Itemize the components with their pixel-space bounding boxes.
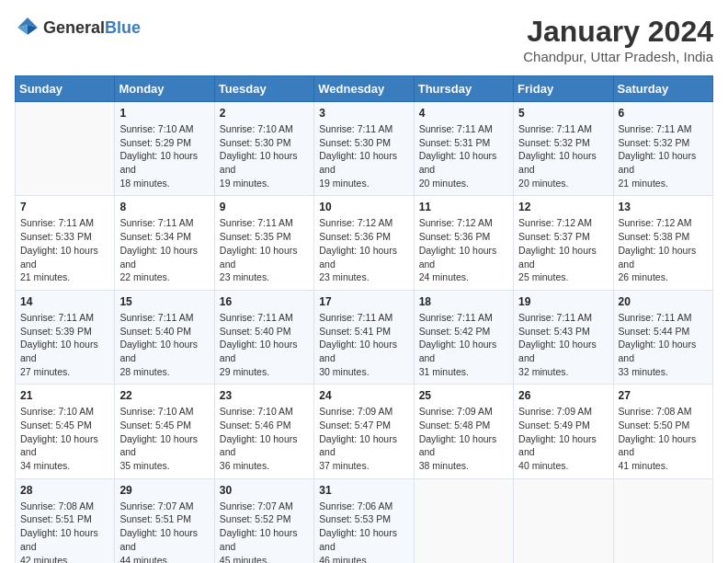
day-info: Sunrise: 7:11 AMSunset: 5:30 PMDaylight:… [319,122,408,190]
daylight-text: Daylight: 10 hours and20 minutes. [518,149,608,190]
sunset-text: Sunset: 5:46 PM [220,419,309,432]
day-number: 8 [119,201,209,213]
sunrise-text: Sunrise: 7:08 AM [619,405,708,419]
calendar-cell: 21Sunrise: 7:10 AMSunset: 5:45 PMDayligh… [16,385,115,478]
daylight-text: Daylight: 10 hours and34 minutes. [20,432,109,473]
day-number: 21 [20,389,109,402]
sunrise-text: Sunrise: 7:11 AM [518,122,608,136]
calendar-cell: 18Sunrise: 7:11 AMSunset: 5:42 PMDayligh… [414,290,513,384]
day-number: 9 [220,201,309,213]
daylight-text: Daylight: 10 hours and23 minutes. [319,244,408,284]
daylight-text: Daylight: 10 hours and20 minutes. [419,149,508,190]
day-info: Sunrise: 7:11 AMSunset: 5:41 PMDaylight:… [319,311,408,378]
day-number: 10 [319,201,408,213]
sunset-text: Sunset: 5:47 PM [319,419,408,432]
weekday-header-thursday: Thursday [414,76,513,102]
calendar-cell: 23Sunrise: 7:10 AMSunset: 5:46 PMDayligh… [214,385,313,478]
day-number: 30 [220,484,309,497]
daylight-text: Daylight: 10 hours and27 minutes. [20,338,109,378]
sunset-text: Sunset: 5:30 PM [319,136,408,150]
calendar-cell: 10Sunrise: 7:12 AMSunset: 5:36 PMDayligh… [314,196,414,290]
day-number: 23 [220,389,309,402]
sunrise-text: Sunrise: 7:07 AM [220,500,309,513]
day-info: Sunrise: 7:11 AMSunset: 5:34 PMDaylight:… [119,216,209,283]
calendar-cell: 9Sunrise: 7:11 AMSunset: 5:35 PMDaylight… [214,196,313,290]
sunset-text: Sunset: 5:43 PM [518,325,608,339]
calendar-week-row-4: 21Sunrise: 7:10 AMSunset: 5:45 PMDayligh… [16,385,713,478]
day-info: Sunrise: 7:11 AMSunset: 5:44 PMDaylight:… [619,311,708,378]
sunset-text: Sunset: 5:36 PM [419,230,508,244]
day-info: Sunrise: 7:11 AMSunset: 5:39 PMDaylight:… [20,311,109,378]
sunset-text: Sunset: 5:45 PM [119,419,209,432]
sunrise-text: Sunrise: 7:07 AM [119,500,209,513]
day-number: 26 [518,389,608,402]
calendar-cell: 26Sunrise: 7:09 AMSunset: 5:49 PMDayligh… [514,385,613,478]
day-number: 27 [619,389,708,402]
sunset-text: Sunset: 5:51 PM [20,512,109,526]
day-number: 1 [119,107,209,120]
sunrise-text: Sunrise: 7:11 AM [119,311,209,325]
sunset-text: Sunset: 5:30 PM [220,136,309,150]
calendar-cell: 24Sunrise: 7:09 AMSunset: 5:47 PMDayligh… [314,385,414,478]
sunrise-text: Sunrise: 7:11 AM [220,311,309,325]
day-info: Sunrise: 7:06 AMSunset: 5:53 PMDaylight:… [319,500,408,563]
sunrise-text: Sunrise: 7:11 AM [619,311,708,325]
calendar-title: January 2024 [523,15,713,49]
day-number: 31 [319,484,408,497]
header: GeneralBlue January 2024 Chandpur, Uttar… [15,15,713,64]
sunrise-text: Sunrise: 7:09 AM [419,405,508,419]
day-number: 16 [220,295,309,308]
daylight-text: Daylight: 10 hours and32 minutes. [518,338,608,378]
logo-icon [15,15,40,40]
sunset-text: Sunset: 5:37 PM [518,230,608,244]
sunset-text: Sunset: 5:42 PM [419,325,508,339]
weekday-header-tuesday: Tuesday [214,76,313,102]
day-number: 7 [20,201,109,213]
day-number: 13 [619,201,708,213]
calendar-week-row-1: 1Sunrise: 7:10 AMSunset: 5:29 PMDaylight… [16,102,713,196]
weekday-header-wednesday: Wednesday [314,76,414,102]
sunrise-text: Sunrise: 7:11 AM [20,216,109,230]
logo-general-text: General [43,18,105,37]
title-area: January 2024 Chandpur, Uttar Pradesh, In… [523,15,713,64]
logo-blue-text: Blue [105,18,141,37]
sunset-text: Sunset: 5:34 PM [119,230,209,244]
day-number: 19 [518,295,608,308]
sunset-text: Sunset: 5:40 PM [119,325,209,339]
calendar-cell: 27Sunrise: 7:08 AMSunset: 5:50 PMDayligh… [613,385,712,478]
day-info: Sunrise: 7:11 AMSunset: 5:32 PMDaylight:… [619,122,708,190]
day-info: Sunrise: 7:10 AMSunset: 5:30 PMDaylight:… [220,122,309,190]
calendar-cell: 22Sunrise: 7:10 AMSunset: 5:45 PMDayligh… [115,385,214,478]
day-number: 17 [319,295,408,308]
calendar-cell: 31Sunrise: 7:06 AMSunset: 5:53 PMDayligh… [314,478,414,563]
calendar-cell: 7Sunrise: 7:11 AMSunset: 5:33 PMDaylight… [16,196,115,290]
day-info: Sunrise: 7:10 AMSunset: 5:29 PMDaylight:… [119,122,209,190]
sunset-text: Sunset: 5:35 PM [220,230,309,244]
day-info: Sunrise: 7:12 AMSunset: 5:36 PMDaylight:… [419,216,508,283]
daylight-text: Daylight: 10 hours and26 minutes. [619,244,708,284]
calendar-cell: 30Sunrise: 7:07 AMSunset: 5:52 PMDayligh… [214,478,313,563]
calendar-cell: 28Sunrise: 7:08 AMSunset: 5:51 PMDayligh… [16,478,115,563]
calendar-cell: 4Sunrise: 7:11 AMSunset: 5:31 PMDaylight… [414,102,513,196]
sunset-text: Sunset: 5:44 PM [619,325,708,339]
day-number: 6 [619,107,708,120]
sunrise-text: Sunrise: 7:11 AM [220,216,309,230]
sunrise-text: Sunrise: 7:10 AM [119,405,209,419]
calendar-cell: 6Sunrise: 7:11 AMSunset: 5:32 PMDaylight… [613,102,712,196]
day-info: Sunrise: 7:11 AMSunset: 5:40 PMDaylight:… [119,311,209,378]
sunset-text: Sunset: 5:33 PM [20,230,109,244]
day-number: 4 [419,107,508,120]
day-number: 5 [518,107,608,120]
sunrise-text: Sunrise: 7:11 AM [319,311,408,325]
daylight-text: Daylight: 10 hours and31 minutes. [419,338,508,378]
day-number: 24 [319,389,408,402]
day-info: Sunrise: 7:12 AMSunset: 5:36 PMDaylight:… [319,216,408,283]
sunset-text: Sunset: 5:29 PM [119,136,209,150]
day-number: 12 [518,201,608,213]
daylight-text: Daylight: 10 hours and38 minutes. [419,432,508,473]
calendar-cell: 11Sunrise: 7:12 AMSunset: 5:36 PMDayligh… [414,196,513,290]
calendar-cell [16,102,115,196]
day-info: Sunrise: 7:11 AMSunset: 5:42 PMDaylight:… [419,311,508,378]
sunrise-text: Sunrise: 7:09 AM [518,405,608,419]
weekday-header-sunday: Sunday [16,76,115,102]
